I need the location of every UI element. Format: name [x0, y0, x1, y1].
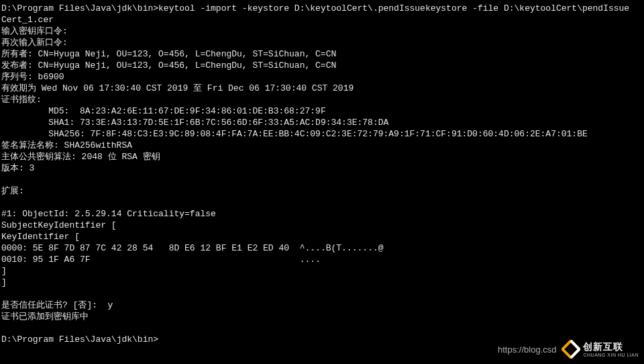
terminal-line: 0000: 5E 8F 7D 87 7C 42 28 54 8D E6 12 B… [1, 242, 643, 254]
terminal-line: #1: ObjectId: 2.5.29.14 Criticality=fals… [1, 208, 643, 220]
terminal-line: SubjectKeyIdentifier [ [1, 220, 643, 231]
terminal-line: SHA256: 7F:8F:48:C3:E3:9C:89:08:4F:FA:7A… [1, 128, 643, 140]
terminal-line: D:\Program Files\Java\jdk\bin>keytool -i… [1, 3, 643, 14]
terminal-line [1, 174, 643, 185]
terminal-line: KeyIdentifier [ [1, 231, 643, 242]
logo-icon [561, 340, 580, 359]
terminal-line: 再次输入新口令: [1, 37, 643, 48]
terminal-line: 扩展: [1, 185, 643, 197]
terminal-line: 版本: 3 [1, 163, 643, 174]
terminal-line: 所有者: CN=Hyuga Neji, OU=123, O=456, L=Che… [1, 48, 643, 60]
terminal-line: Cert_1.cer [1, 14, 643, 26]
terminal-line: ] [1, 265, 643, 277]
terminal-line: ] [1, 277, 643, 288]
terminal-line: 有效期为 Wed Nov 06 17:30:40 CST 2019 至 Fri … [1, 83, 643, 94]
terminal-line: 输入密钥库口令: [1, 26, 643, 37]
terminal-line: 0010: 95 1F A6 7F .... [1, 254, 643, 265]
watermark-url: https://blog.csd [498, 344, 556, 355]
terminal-line: 证书指纹: [1, 94, 643, 105]
terminal-line: SHA1: 73:3E:A3:13:7D:5E:1F:6B:7C:56:6D:6… [1, 117, 643, 128]
terminal-line: 序列号: b6900 [1, 71, 643, 83]
terminal-line: 证书已添加到密钥库中 [1, 311, 643, 322]
watermark-brand-cn: 创新互联 [583, 342, 639, 351]
terminal-line [1, 288, 643, 300]
terminal-line: MD5: 8A:23:A2:6E:11:67:DE:9F:34:86:01:DE… [1, 105, 643, 117]
terminal-line [1, 322, 643, 334]
terminal-line: 签名算法名称: SHA256withRSA [1, 140, 643, 151]
terminal-output[interactable]: D:\Program Files\Java\jdk\bin>keytool -i… [0, 0, 644, 347]
watermark-logo: 创新互联 CHUANG XIN HU LIAN [561, 340, 639, 359]
terminal-line: 是否信任此证书? [否]: y [1, 300, 643, 311]
terminal-line: 发布者: CN=Hyuga Neji, OU=123, O=456, L=Che… [1, 60, 643, 71]
terminal-line: 主体公共密钥算法: 2048 位 RSA 密钥 [1, 151, 643, 163]
watermark-brand-en: CHUANG XIN HU LIAN [583, 353, 639, 357]
watermark: https://blog.csd 创新互联 CHUANG XIN HU LIAN [498, 340, 639, 359]
terminal-line [1, 197, 643, 208]
